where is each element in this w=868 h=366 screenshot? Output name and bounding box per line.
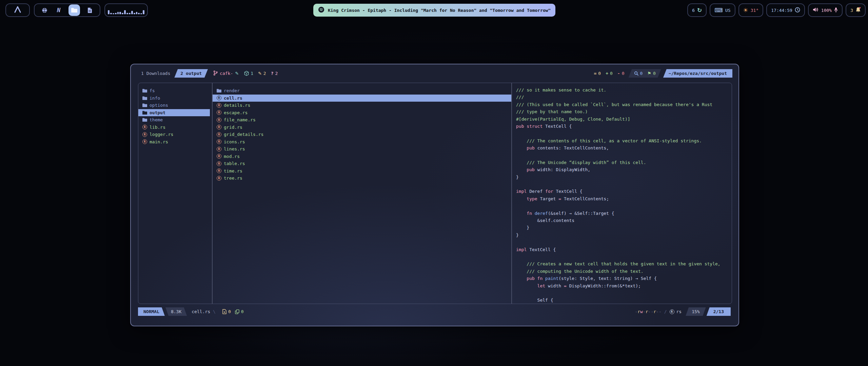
current-path-segment: ~/Repos/eza/src/output	[663, 69, 732, 78]
rust-file-icon: R	[217, 110, 221, 115]
file-item-lines.rs[interactable]: Rlines.rs	[213, 145, 511, 153]
code-line: /// Creates a new text cell that holds t…	[516, 260, 728, 267]
folder-icon	[142, 96, 147, 100]
rust-file-icon: R	[217, 168, 221, 173]
rust-file-icon: R	[217, 176, 221, 181]
notifications-widget[interactable]: 3	[846, 3, 866, 17]
git-stat-pencil: ✎2	[258, 71, 266, 76]
item-label: fs	[150, 88, 155, 93]
git-branch-group: cafk- ✎	[213, 70, 239, 77]
file-item-grid.rs[interactable]: Rgrid.rs	[213, 124, 511, 131]
file-item-mod.rs[interactable]: Rmod.rs	[213, 153, 511, 160]
visualizer-bar	[110, 13, 112, 14]
file-size-segment: 8.3K	[165, 307, 187, 316]
audio-widget[interactable]: 100%	[808, 3, 843, 17]
clock-time: 17:44:59	[771, 8, 792, 13]
file-item-icons.rs[interactable]: Ricons.rs	[213, 138, 511, 146]
item-label: cell.rs	[224, 96, 242, 101]
folder-icon	[142, 88, 147, 93]
bell-icon	[855, 7, 861, 14]
dir-item-options[interactable]: options	[138, 102, 212, 109]
keyboard-icon: ⌨	[714, 7, 723, 14]
volume-level: 100%	[821, 8, 832, 13]
yazi-panes-container: fsinfooptionsoutputthemeRlib.rsRlogger.r…	[138, 83, 732, 304]
item-label: grid.rs	[224, 125, 242, 130]
code-line: }	[516, 174, 728, 181]
rust-file-icon: R	[217, 147, 221, 151]
notifications-count: 3	[850, 8, 853, 13]
item-label: lib.rs	[150, 125, 165, 130]
rust-lang-icon: R	[670, 309, 674, 314]
item-label: info	[150, 96, 160, 101]
dir-item-theme[interactable]: theme	[138, 116, 212, 124]
dir-item-fs[interactable]: fs	[138, 87, 212, 95]
code-line: #[derive(PartialEq, Debug, Clone, Defaul…	[516, 116, 728, 123]
task-counters: 00	[218, 309, 244, 314]
visualizer-bar	[134, 13, 135, 14]
yazi-status-bar: NORMAL 8.3K cell.rs \ 00 -rw-r--r-- / R …	[138, 307, 731, 316]
dir-item-render[interactable]: render	[213, 87, 511, 95]
status-separator-backslash: \	[213, 309, 216, 314]
tab-output[interactable]: 2 output	[174, 69, 208, 78]
rust-file-icon: R	[142, 139, 147, 144]
item-label: time.rs	[224, 168, 242, 174]
clock-widget[interactable]: 17:44:59	[766, 3, 805, 17]
weather-widget[interactable]: ☀ 31°	[738, 3, 764, 17]
dir-item-info[interactable]: info	[138, 95, 212, 102]
top-bar: N King Crimson - Epitaph - Including "Ma…	[0, 0, 868, 20]
dir-item-output[interactable]: output	[138, 109, 210, 117]
code-line	[516, 202, 728, 209]
file-item-details.rs[interactable]: Rdetails.rs	[213, 102, 511, 109]
rust-file-icon: R	[217, 139, 221, 144]
clock-icon	[795, 7, 800, 14]
file-item-table.rs[interactable]: Rtable.rs	[213, 160, 511, 167]
code-line: /// (This used to be called `Cell`, but …	[516, 101, 728, 108]
files-app-icon[interactable]	[68, 4, 80, 16]
visualizer-bar	[115, 13, 117, 14]
updates-widget[interactable]: 6 ↻	[687, 3, 707, 17]
rust-file-icon: R	[217, 161, 221, 166]
git-stat-question: ?2	[271, 71, 278, 76]
keyboard-layout-widget[interactable]: ⌨ US	[710, 3, 735, 17]
code-line: }	[516, 224, 728, 231]
rust-file-icon: R	[142, 132, 147, 137]
item-label: icons.rs	[224, 139, 245, 144]
file-item-tree.rs[interactable]: Rtree.rs	[213, 175, 511, 182]
folder-icon	[217, 88, 221, 93]
code-line: /// so it makes sense to cache it.	[516, 86, 728, 94]
file-item-time.rs[interactable]: Rtime.rs	[213, 167, 511, 175]
code-line: Self {	[516, 297, 728, 304]
globe-app-icon[interactable]	[40, 6, 49, 15]
file-item-logger.rs[interactable]: Rlogger.rs	[138, 131, 212, 138]
code-line: /// type by that name too.)	[516, 108, 728, 115]
rust-file-icon: R	[142, 125, 147, 129]
visualizer-bar	[124, 10, 126, 14]
tab-downloads[interactable]: 1 Downloads	[137, 69, 174, 78]
scroll-percent: 15%	[692, 309, 699, 314]
item-label: logger.rs	[150, 132, 173, 137]
launcher-button[interactable]	[5, 3, 30, 17]
status-separator-slash: /	[664, 309, 667, 314]
code-line: /// computing the Unicode width of the t…	[516, 268, 728, 275]
file-item-lib.rs[interactable]: Rlib.rs	[138, 124, 212, 131]
file-item-escape.rs[interactable]: Rescape.rs	[213, 109, 511, 117]
item-label: options	[150, 103, 168, 108]
file-permissions: -rw-r--r--	[635, 309, 661, 314]
visualizer-bar	[113, 13, 114, 14]
rust-file-icon: R	[217, 103, 221, 108]
now-playing-widget[interactable]: King Crimson - Epitaph - Including "Marc…	[313, 4, 555, 17]
file-item-file_name.rs[interactable]: Rfile_name.rs	[213, 116, 511, 124]
audio-visualizer	[104, 3, 148, 17]
visualizer-bar	[119, 12, 121, 14]
visualizer-bar	[126, 13, 128, 14]
file-item-cell.rs[interactable]: Rcell.rs	[213, 95, 511, 102]
visualizer-bar	[129, 13, 131, 14]
rust-file-icon: R	[217, 154, 221, 159]
file-item-main.rs[interactable]: Rmain.rs	[138, 138, 212, 146]
visualizer-bar	[122, 13, 123, 14]
file-item-grid_details.rs[interactable]: Rgrid_details.rs	[213, 131, 511, 138]
file-size: 8.3K	[171, 309, 181, 314]
neovim-app-icon[interactable]: N	[54, 6, 63, 15]
document-app-icon[interactable]	[85, 6, 94, 15]
code-line	[516, 152, 728, 159]
